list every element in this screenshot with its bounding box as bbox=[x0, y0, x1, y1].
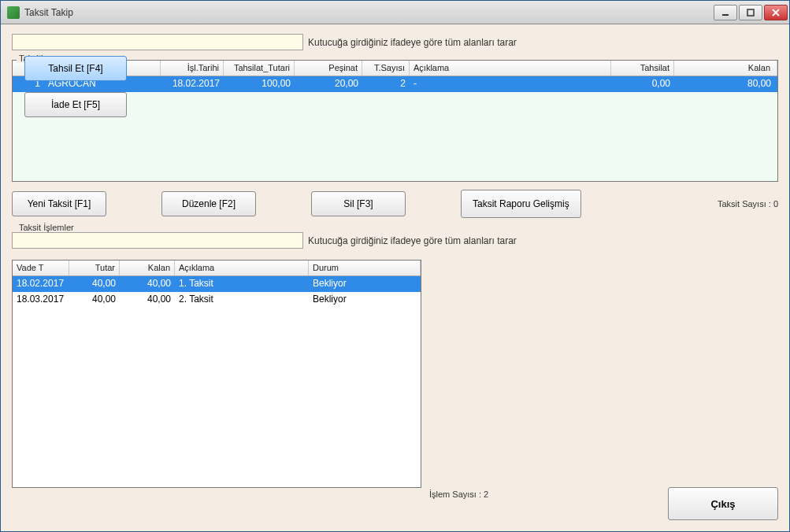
table-row[interactable]: 18.02.2017 40,00 40,00 1. Taksit Bekliyo… bbox=[13, 276, 421, 292]
tahsil-button[interactable]: Tahsil Et [F4] bbox=[24, 56, 127, 81]
svg-rect-1 bbox=[747, 9, 754, 16]
new-taksit-button[interactable]: Yeni Taksit [F1] bbox=[12, 191, 106, 216]
minimize-button[interactable] bbox=[714, 5, 737, 20]
maximize-button[interactable] bbox=[739, 5, 762, 20]
col2-kalan[interactable]: Kalan bbox=[120, 260, 175, 275]
exit-button[interactable]: Çıkış bbox=[668, 487, 778, 520]
edit-button[interactable]: Düzenle [F2] bbox=[161, 191, 256, 216]
close-button[interactable] bbox=[764, 5, 788, 20]
col-kalan[interactable]: Kalan bbox=[674, 61, 777, 76]
col2-tutar[interactable]: Tutar bbox=[69, 260, 120, 275]
islem-count: İşlem Sayısı : 2 bbox=[429, 490, 488, 499]
col2-vade[interactable]: Vade T bbox=[13, 260, 69, 275]
col-tutari[interactable]: Tahsilat_Tutari bbox=[224, 61, 295, 76]
app-icon bbox=[7, 6, 20, 19]
table-row[interactable]: 18.03.2017 40,00 40,00 2. Taksit Bekliyo… bbox=[13, 292, 421, 308]
search-input-bottom[interactable] bbox=[12, 232, 303, 249]
taksit-count: Taksit Sayısı : 0 bbox=[718, 199, 778, 209]
titlebar[interactable]: Taksit Takip bbox=[1, 1, 789, 24]
col-aciklama[interactable]: Açıklama bbox=[410, 61, 611, 76]
delete-button[interactable]: Sil [F3] bbox=[311, 191, 406, 216]
col2-aciklama[interactable]: Açıklama bbox=[175, 260, 309, 275]
col-tarih[interactable]: İşl.Tarihi bbox=[161, 61, 224, 76]
col-tsayi[interactable]: T.Sayısı bbox=[362, 61, 410, 76]
iade-button[interactable]: İade Et [F5] bbox=[24, 92, 127, 117]
table-row[interactable]: 1 AGROCAN 18.02.2017 100,00 20,00 2 - 0,… bbox=[13, 76, 777, 92]
window-title: Taksit Takip bbox=[24, 7, 714, 18]
report-button[interactable]: Taksit Raporu Gelişmiş bbox=[461, 190, 581, 218]
islemler-grid[interactable]: Vade T Tutar Kalan Açıklama Durum 18.02.… bbox=[12, 260, 421, 488]
col2-durum[interactable]: Durum bbox=[309, 260, 421, 275]
search-input-top[interactable] bbox=[12, 34, 303, 50]
col-tahsilat[interactable]: Tahsilat bbox=[611, 61, 674, 76]
col-pesinat[interactable]: Peşinat bbox=[295, 61, 362, 76]
islemler-label: Taksit İşlemler bbox=[17, 223, 76, 232]
search-hint-top: Kutucuğa girdiğiniz ifadeye göre tüm ala… bbox=[308, 37, 517, 48]
main-window: Taksit Takip Kutucuğa girdiğiniz ifadeye… bbox=[0, 0, 790, 532]
search-hint-bottom: Kutucuğa girdiğiniz ifadeye göre tüm ala… bbox=[308, 235, 517, 246]
